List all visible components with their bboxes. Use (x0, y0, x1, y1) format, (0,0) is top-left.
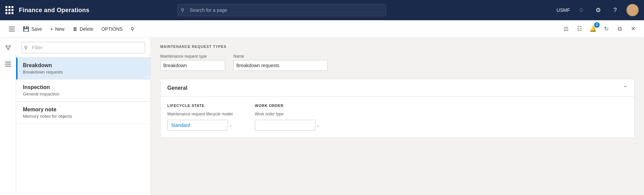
broadcast-button[interactable]: ⚖ (561, 24, 571, 34)
general-section: General ⌃ LIFECYCLE STATE Maintenance re… (160, 79, 635, 138)
list-item-title: Inspection (23, 84, 144, 90)
type-field-input[interactable] (160, 60, 225, 71)
filter-search-icon: ⚲ (24, 45, 28, 50)
lifecycle-state-section-title: LIFECYCLE STATE (167, 104, 235, 108)
help-question-button[interactable]: ? (610, 5, 620, 16)
close-button[interactable]: ✕ (628, 24, 639, 34)
work-order-type-label: Work order type (255, 112, 322, 116)
delete-button[interactable]: 🗑 Delete (69, 23, 97, 35)
general-section-header: General ⌃ (161, 79, 634, 97)
name-field-input[interactable] (233, 60, 328, 71)
lifecycle-model-dropdown-wrap: Standard ⌄ (167, 120, 235, 131)
top-nav-right: USMF ♢ ⚙ ? (556, 4, 639, 16)
chevron-down-icon: ⌄ (316, 123, 319, 128)
filter-input-wrap: ⚲ (22, 42, 145, 53)
list-item[interactable]: Memory note Memory notes for objects (16, 102, 150, 124)
list-item-title: Breakdown (23, 62, 144, 68)
section-label: MAINTENANCE REQUEST TYPES (160, 45, 635, 49)
save-icon: 💾 (23, 26, 29, 32)
list-item[interactable]: Inspection General inspaction (16, 80, 150, 102)
options-button[interactable]: OPTIONS (98, 23, 126, 35)
work-order-column: WORK ORDER Work order type ⌄ (255, 104, 322, 131)
app-title: Finance and Operations (19, 7, 89, 14)
toolbar-search-icon: ⚲ (131, 26, 134, 32)
lifecycle-model-label: Maintenance request lifecycle model (167, 112, 235, 116)
hamburger-icon (9, 27, 15, 31)
settings-gear-button[interactable]: ⚙ (593, 5, 604, 16)
list-icon (5, 62, 11, 66)
hamburger-menu-button[interactable] (5, 23, 18, 35)
name-field-label: Name (233, 54, 328, 59)
avatar[interactable] (626, 4, 639, 16)
work-order-type-dropdown-wrap: ⌄ (255, 120, 322, 131)
add-icon: + (50, 26, 53, 32)
top-nav: Finance and Operations ⚲ USMF ♢ ⚙ ? (0, 0, 644, 20)
save-button[interactable]: 💾 Save (20, 23, 45, 35)
app-grid-icon[interactable] (5, 6, 13, 14)
toolbar-right: ⚖ ☷ 🔔 0 ↻ ⧉ ✕ (561, 24, 639, 34)
list-item-subtitle: Memory notes for objects (23, 114, 144, 119)
chevron-down-icon: ⌄ (229, 123, 232, 128)
general-section-body: LIFECYCLE STATE Maintenance request life… (161, 97, 634, 137)
global-search: ⚲ (177, 4, 386, 16)
form-row-top: Maintenance request type Name (160, 54, 635, 71)
general-section-title: General (167, 85, 188, 91)
funnel-icon (5, 45, 11, 51)
alert-count-badge: 0 (594, 22, 600, 28)
open-in-new-button[interactable]: ⧉ (614, 24, 625, 34)
toolbar: 💾 Save + New 🗑 Delete OPTIONS ⚲ ⚖ ☷ 🔔 0 … (0, 20, 644, 38)
list-item[interactable]: Breakdown Breakdown requests (16, 58, 150, 80)
refresh-button[interactable]: ↻ (601, 24, 612, 34)
work-order-section-title: WORK ORDER (255, 104, 322, 108)
delete-icon: 🗑 (73, 26, 78, 32)
lifecycle-state-column: LIFECYCLE STATE Maintenance request life… (167, 104, 235, 131)
detail-panel: MAINTENANCE REQUEST TYPES Maintenance re… (151, 38, 644, 195)
search-input[interactable] (177, 4, 386, 16)
work-order-type-select[interactable] (255, 120, 315, 131)
list-items: Breakdown Breakdown requests Inspection … (16, 58, 150, 195)
sidebar-left (0, 38, 16, 195)
list-filter-area: ⚲ (16, 38, 150, 58)
search-icon: ⚲ (181, 7, 184, 13)
type-field-label: Maintenance request type (160, 54, 225, 59)
notification-bell-button[interactable]: ♢ (576, 5, 587, 16)
new-button[interactable]: + New (47, 23, 68, 35)
filter-input[interactable] (22, 42, 145, 53)
list-view-button[interactable] (2, 58, 14, 70)
list-item-subtitle: Breakdown requests (23, 69, 144, 75)
collapse-button[interactable]: ⌃ (623, 85, 628, 91)
lifecycle-model-select[interactable]: Standard (167, 120, 228, 131)
filter-button[interactable] (2, 42, 14, 54)
type-field: Maintenance request type (160, 54, 225, 71)
main-layout: ⚲ Breakdown Breakdown requests Inspectio… (0, 38, 644, 195)
list-item-title: Memory note (23, 107, 144, 113)
notification-badge-wrap: 🔔 0 (587, 24, 598, 34)
list-item-subtitle: General inspaction (23, 91, 144, 96)
general-columns: LIFECYCLE STATE Maintenance request life… (167, 104, 628, 131)
toolbar-search-button[interactable]: ⚲ (127, 23, 137, 35)
list-panel: ⚲ Breakdown Breakdown requests Inspectio… (16, 38, 151, 195)
office-apps-button[interactable]: ☷ (574, 24, 585, 34)
name-field: Name (233, 54, 328, 71)
username-label: USMF (556, 7, 570, 13)
